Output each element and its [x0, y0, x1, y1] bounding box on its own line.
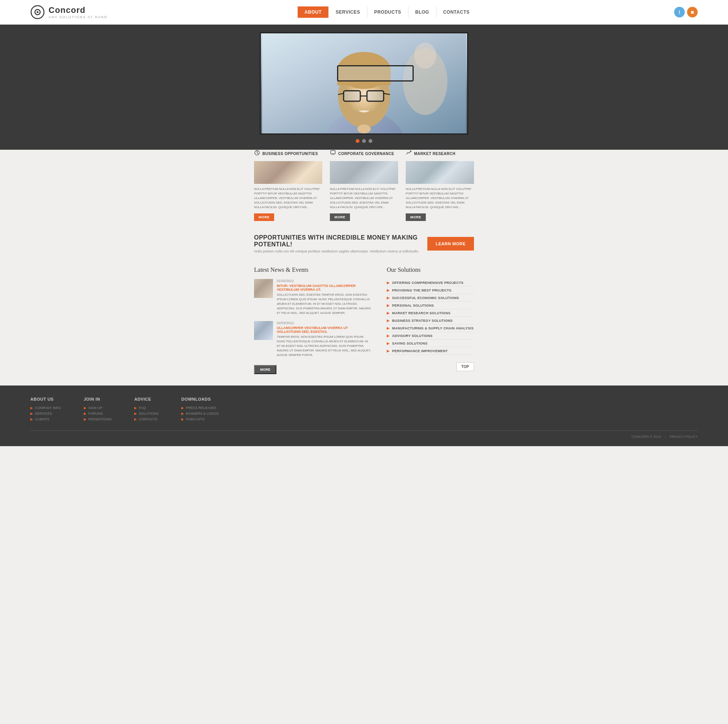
- footer-arrow-icon-1-0: ▶: [84, 406, 86, 410]
- footer-arrow-icon-1-1: ▶: [84, 412, 86, 415]
- feature-title-text-1: CORPORATE GOVERNANCE: [338, 152, 394, 156]
- hero-dot-2[interactable]: [369, 139, 372, 143]
- solution-label-2: SUCCESSFUL ECONOMIC SOLUTIONS: [392, 296, 459, 300]
- feature-icon-2: [406, 150, 412, 157]
- solution-item-8[interactable]: ▶SAVING SOLUTIONS: [387, 340, 474, 347]
- footer-col-3: DOWNLOADS▶PRESS RELEASES▶BANNERS & LOGOS…: [181, 397, 219, 423]
- logo[interactable]: Concord ANY SOLUTIONS AT HAND: [30, 5, 108, 19]
- solution-item-3[interactable]: ▶PERSONAL SOLUTIONS: [387, 302, 474, 309]
- hero-image: [260, 32, 468, 135]
- footer-col-heading-2: ADVICE: [134, 397, 158, 401]
- solution-item-5[interactable]: ▶BUSINESS STRATEGY SOLUTIONS: [387, 317, 474, 324]
- footer-link-1-0[interactable]: ▶SIGN UP: [84, 406, 112, 410]
- solution-item-1[interactable]: ▶PROVIDING THE BEST PROJECTS: [387, 287, 474, 294]
- chevron-icon-5: ▶: [387, 318, 390, 323]
- solution-label-1: PROVIDING THE BEST PROJECTS: [392, 288, 452, 292]
- solutions-heading: Our Solutions: [387, 266, 474, 273]
- news-item-1: 02/03/2012ULLAMCORPER VESTIBULUM VIVERRA…: [254, 321, 372, 357]
- footer-bottom: CONCORD © 2012 | PRIVACY POLICY: [30, 431, 698, 439]
- footer-col-heading-1: JOIN IN: [84, 397, 112, 401]
- feature-more-button-0[interactable]: MORE: [254, 213, 274, 221]
- footer-columns: ABOUT US▶COMPANY INFO▶SERVICES▶CLIENTSJO…: [30, 397, 698, 423]
- nav-item-blog[interactable]: BLOG: [408, 6, 436, 18]
- solution-item-6[interactable]: ▶MANUFACTURING & SUPPLY CHAIN ANALYSIS: [387, 324, 474, 332]
- nav-item-services[interactable]: SERVICES: [329, 6, 367, 18]
- chevron-icon-7: ▶: [387, 334, 390, 338]
- footer-arrow-icon-3-2: ▶: [181, 417, 184, 421]
- footer-link-3-0[interactable]: ▶PRESS RELEASES: [181, 406, 219, 410]
- solution-item-2[interactable]: ▶SUCCESSFUL ECONOMIC SOLUTIONS: [387, 294, 474, 302]
- footer-arrow-icon-2-2: ▶: [134, 417, 137, 421]
- footer-link-text-2-0: FAQ: [139, 406, 146, 410]
- nav-item-about[interactable]: ABOUT: [298, 6, 329, 18]
- svg-rect-9: [344, 91, 360, 101]
- lower-section: Latest News & Events 01/02/2012BITUR: VE…: [254, 266, 474, 374]
- solution-label-0: OFFERING COMPREHENSIVE PROJECTS: [392, 281, 463, 285]
- svg-rect-8: [337, 71, 391, 85]
- news-title-1[interactable]: ULLAMCORPER VESTIBULUM VIVERRA UT SOLLIC…: [277, 326, 372, 334]
- feature-title-text-2: MARKET RESEARCH: [414, 152, 455, 156]
- footer-link-2-1[interactable]: ▶SOLUTIONS: [134, 412, 158, 415]
- footer-link-text-1-2: PROMOTIONS: [88, 417, 112, 421]
- footer-privacy-link[interactable]: PRIVACY POLICY: [670, 435, 698, 439]
- footer-link-1-1[interactable]: ▶FORUMS: [84, 412, 112, 415]
- nav-item-contacts[interactable]: CONTACTS: [436, 6, 477, 18]
- footer-arrow-icon-3-1: ▶: [181, 412, 184, 415]
- solution-label-6: MANUFACTURING & SUPPLY CHAIN ANALYSIS: [392, 326, 474, 330]
- hero-person-image: [261, 33, 467, 133]
- footer-link-0-1[interactable]: ▶SERVICES: [30, 412, 61, 415]
- logo-icon: [30, 5, 45, 19]
- logo-brand: Concord: [49, 5, 108, 15]
- footer-link-text-2-1: SOLUTIONS: [139, 412, 158, 415]
- hero-dot-1[interactable]: [362, 139, 366, 143]
- feature-more-button-1[interactable]: MORE: [330, 213, 350, 221]
- solution-label-8: SAVING SOLUTIONS: [392, 342, 428, 345]
- footer-arrow-icon-2-1: ▶: [134, 412, 137, 415]
- footer-link-text-1-0: SIGN UP: [88, 406, 102, 410]
- footer-arrow-icon-2-0: ▶: [134, 406, 137, 410]
- news-title-0[interactable]: BITUR: VESTIBULUM SAGITTIS ULLAMCORPER V…: [277, 284, 372, 291]
- solution-item-9[interactable]: ▶PERFORMANCE IMPROVEMENT: [387, 347, 474, 355]
- feature-more-button-2[interactable]: MORE: [406, 213, 426, 221]
- feature-col-2: MARKET RESEARCHNULLA PRETIUM NULLA NON E…: [402, 150, 474, 221]
- footer-link-3-1[interactable]: ▶BANNERS & LOGOS: [181, 412, 219, 415]
- top-button[interactable]: TOP: [457, 362, 474, 371]
- chevron-icon-6: ▶: [387, 326, 390, 330]
- footer-link-2-2[interactable]: ▶CONTACTS: [134, 417, 158, 421]
- top-btn-area: TOP: [387, 359, 474, 371]
- chevron-icon-9: ▶: [387, 349, 390, 353]
- footer-arrow-icon-0-1: ▶: [30, 412, 33, 415]
- social-icons: t ■: [674, 7, 698, 17]
- solutions-column: Our Solutions ▶OFFERING COMPREHENSIVE PR…: [387, 266, 474, 374]
- feature-text-0: NULLA PRETIUM NULLA NON ELIT VOLUTPAT PO…: [254, 187, 322, 210]
- solution-item-7[interactable]: ▶ADVISORY SOLUTIONS: [387, 332, 474, 340]
- footer-link-2-0[interactable]: ▶FAQ: [134, 406, 158, 410]
- footer-arrow-icon-3-0: ▶: [181, 406, 184, 410]
- footer-link-3-2[interactable]: ▶PODCASTS: [181, 417, 219, 421]
- twitter-icon[interactable]: t: [674, 7, 685, 17]
- hero-section: [0, 25, 728, 150]
- footer-link-0-0[interactable]: ▶COMPANY INFO: [30, 406, 61, 410]
- feature-title-1: CORPORATE GOVERNANCE: [330, 150, 398, 157]
- footer-link-0-2[interactable]: ▶CLIENTS: [30, 417, 61, 421]
- hero-dot-0[interactable]: [356, 139, 359, 143]
- learn-more-button[interactable]: LEARN MORE: [427, 237, 474, 251]
- cta-text: OPPORTUNITIES WITH INCREDIBLE MONEY MAKI…: [254, 234, 427, 253]
- news-more-button[interactable]: MORE: [254, 365, 276, 374]
- news-column: Latest News & Events 01/02/2012BITUR: VE…: [254, 266, 372, 374]
- nav-item-products[interactable]: PRODUCTS: [367, 6, 408, 18]
- footer-copyright: CONCORD © 2012: [631, 435, 661, 439]
- svg-point-16: [357, 125, 370, 133]
- main-nav: ABOUTSERVICESPRODUCTSBLOGCONTACTS: [298, 6, 476, 18]
- footer-link-1-2[interactable]: ▶PROMOTIONS: [84, 417, 112, 421]
- chevron-icon-2: ▶: [387, 296, 390, 300]
- solution-item-4[interactable]: ▶MARKET RESEARCH SOLUTIONS: [387, 309, 474, 317]
- chevron-icon-4: ▶: [387, 311, 390, 315]
- solution-label-3: PERSONAL SOLUTIONS: [392, 304, 434, 307]
- news-items: 01/02/2012BITUR: VESTIBULUM SAGITTIS ULL…: [254, 279, 372, 357]
- feature-icon-1: [330, 150, 336, 157]
- solution-item-0[interactable]: ▶OFFERING COMPREHENSIVE PROJECTS: [387, 279, 474, 287]
- rss-icon[interactable]: ■: [687, 7, 698, 17]
- news-item-0: 01/02/2012BITUR: VESTIBULUM SAGITTIS ULL…: [254, 279, 372, 315]
- solution-label-7: ADVISORY SOLUTIONS: [392, 334, 433, 338]
